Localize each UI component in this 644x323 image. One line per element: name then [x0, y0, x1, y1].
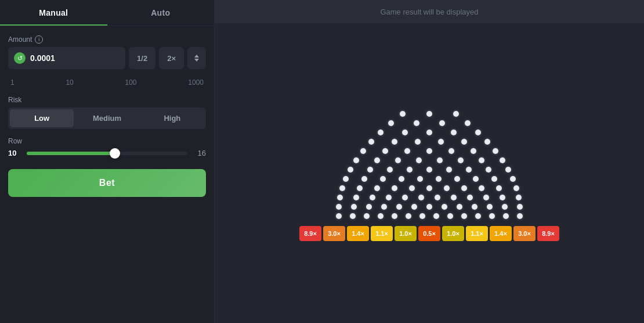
peg: [370, 195, 375, 200]
peg: [339, 185, 345, 191]
peg: [453, 111, 459, 117]
left-panel: Manual Auto Amount i 1/2 2×: [0, 0, 215, 323]
peg: [400, 111, 406, 117]
row-slider-row: 10 16: [8, 149, 206, 157]
quick-1[interactable]: 1: [8, 77, 17, 88]
peg: [337, 195, 343, 200]
peg: [353, 195, 359, 200]
peg: [419, 213, 425, 219]
peg: [378, 213, 383, 219]
plinko-board: 8.9×3.0×1.4×1.1×1.0×0.5×1.0×1.1×1.4×3.0×…: [299, 111, 559, 241]
peg: [465, 120, 471, 126]
peg: [475, 130, 481, 135]
peg-row: [346, 157, 513, 163]
peg: [442, 204, 447, 210]
peg: [510, 176, 516, 182]
amount-input[interactable]: [30, 53, 120, 63]
peg: [361, 176, 367, 182]
peg: [366, 204, 372, 210]
multiplier-box: 3.0×: [513, 226, 536, 241]
quick-10[interactable]: 10: [63, 77, 75, 88]
peg: [475, 213, 481, 219]
quick-1000[interactable]: 1000: [186, 77, 206, 88]
peg: [446, 167, 452, 173]
peg: [437, 157, 443, 163]
peg: [360, 148, 366, 154]
peg: [367, 167, 373, 173]
peg: [472, 204, 477, 210]
multiplier-box: 8.9×: [537, 226, 559, 241]
form-area: Amount i 1/2 2× 1 10 100 1000: [0, 26, 214, 167]
peg: [417, 176, 423, 182]
result-text: Game result will be displayed: [380, 8, 478, 16]
peg: [426, 111, 432, 117]
result-bar: Game result will be displayed: [215, 0, 644, 23]
peg: [448, 148, 454, 154]
half-button[interactable]: 1/2: [129, 47, 155, 69]
risk-high[interactable]: High: [140, 109, 204, 127]
peg: [348, 167, 353, 173]
multiplier-box: 1.4×: [347, 226, 369, 241]
quick-100[interactable]: 100: [123, 77, 139, 88]
peg: [500, 157, 505, 163]
peg: [467, 195, 473, 200]
peg: [374, 157, 380, 163]
risk-medium[interactable]: Medium: [75, 109, 139, 127]
risk-buttons: Low Medium High: [8, 107, 206, 129]
multiplier-box: 1.4×: [490, 226, 512, 241]
peg: [414, 120, 419, 126]
peg: [426, 148, 432, 154]
peg: [451, 195, 457, 200]
peg: [418, 195, 424, 200]
peg: [454, 176, 460, 182]
peg-row: [389, 111, 469, 117]
peg: [461, 185, 467, 191]
peg: [433, 213, 439, 219]
peg: [500, 195, 505, 200]
risk-low[interactable]: Low: [10, 109, 74, 127]
peg: [406, 213, 411, 219]
peg: [458, 157, 464, 163]
updown-button[interactable]: [187, 47, 206, 69]
peg: [444, 185, 450, 191]
peg-row: [352, 148, 506, 154]
peg: [402, 130, 408, 135]
peg: [336, 213, 342, 219]
peg-row: [341, 167, 518, 173]
peg-row: [332, 213, 527, 219]
amount-section: Amount i 1/2 2×: [8, 35, 206, 69]
peg: [388, 120, 394, 126]
peg: [411, 204, 417, 210]
multiplier-box: 1.0×: [442, 226, 464, 241]
multiplier-box: 3.0×: [323, 226, 345, 241]
peg: [381, 204, 387, 210]
peg: [513, 185, 519, 191]
multiplier-box: 1.1×: [371, 226, 393, 241]
peg: [353, 157, 359, 163]
peg: [517, 204, 523, 210]
peg: [374, 185, 380, 191]
peg: [503, 213, 509, 219]
tab-auto[interactable]: Auto: [107, 0, 215, 26]
peg-row: [368, 130, 490, 135]
tab-manual[interactable]: Manual: [0, 0, 107, 26]
peg: [491, 176, 497, 182]
double-button[interactable]: 2×: [159, 47, 184, 69]
peg: [461, 213, 467, 219]
peg: [350, 213, 356, 219]
peg: [351, 204, 357, 210]
peg: [392, 139, 397, 145]
amount-info-icon[interactable]: i: [35, 35, 43, 44]
peg-row: [332, 195, 527, 200]
peg: [466, 167, 472, 173]
multiplier-box: 8.9×: [299, 226, 321, 241]
peg: [426, 185, 432, 191]
peg: [486, 167, 491, 173]
slider-fill: [27, 152, 115, 155]
bet-button[interactable]: Bet: [8, 169, 206, 197]
peg: [493, 148, 498, 154]
slider-thumb[interactable]: [110, 148, 120, 159]
peg: [516, 195, 522, 200]
row-section: Row 10 16: [8, 137, 206, 157]
multipliers-row: 8.9×3.0×1.4×1.1×1.0×0.5×1.0×1.1×1.4×3.0×…: [299, 226, 559, 241]
